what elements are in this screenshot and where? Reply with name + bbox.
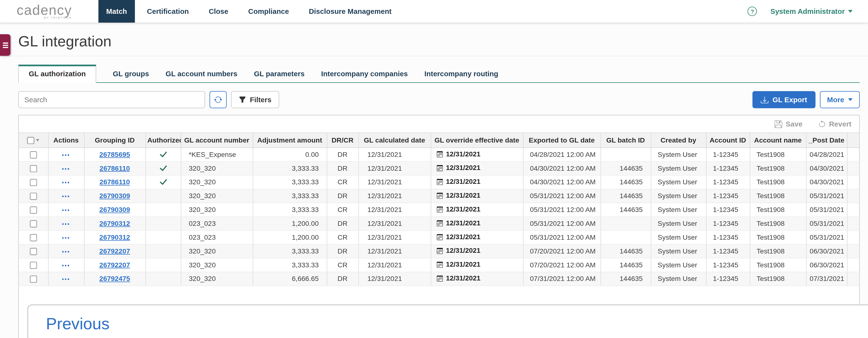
refresh-button[interactable] xyxy=(210,91,227,108)
row-checkbox[interactable] xyxy=(30,151,37,159)
column-header-adjustment-amount[interactable]: Adjustment amount xyxy=(253,133,327,148)
row-checkbox[interactable] xyxy=(30,248,37,256)
tab-intercompany-companies[interactable]: Intercompany companies xyxy=(321,65,408,82)
actions-menu-button[interactable]: ••• xyxy=(62,276,70,282)
page-title: GL integration xyxy=(18,33,860,50)
row-checkbox[interactable] xyxy=(30,193,37,200)
row-checkbox[interactable] xyxy=(30,276,37,283)
gl-override-effective-date-cell[interactable]: 12/31/2021 xyxy=(431,203,523,217)
filters-button[interactable]: Filters xyxy=(231,91,279,108)
row-checkbox[interactable] xyxy=(30,179,37,186)
column-header-gl-override-effective-date[interactable]: GL override effective date xyxy=(431,133,523,148)
gl-override-effective-date-cell[interactable]: 12/31/2021 xyxy=(431,189,523,203)
override-date-value: 12/31/2021 xyxy=(446,164,480,172)
gl-override-effective-date-cell[interactable]: 12/31/2021 xyxy=(431,148,523,162)
gl-override-effective-date-cell[interactable]: 12/31/2021 xyxy=(431,231,523,244)
gl-batch-id-cell: 144635 xyxy=(600,175,651,189)
actions-menu-button[interactable]: ••• xyxy=(62,193,70,199)
select-all-caret-icon[interactable] xyxy=(36,139,39,141)
override-date-value: 12/31/2021 xyxy=(446,275,480,282)
account-name-cell: Test1908 xyxy=(750,272,806,286)
column-header-account-name[interactable]: Account name xyxy=(750,133,806,148)
grouping-id-cell: 26790312 xyxy=(84,217,145,231)
search-input[interactable] xyxy=(18,91,205,108)
table-row: •••26786110320_3203,333.33DR12/31/202112… xyxy=(19,162,859,175)
user-menu[interactable]: System Administrator xyxy=(770,7,852,15)
column-header-gl-batch-id[interactable]: GL batch ID xyxy=(600,133,651,148)
grouping-id-link[interactable]: 26792207 xyxy=(99,247,130,255)
actions-menu-button[interactable]: ••• xyxy=(62,235,70,241)
grouping-id-link[interactable]: 26792207 xyxy=(99,261,130,269)
select-all-checkbox[interactable] xyxy=(27,137,34,144)
actions-menu-button[interactable]: ••• xyxy=(62,166,70,172)
account-id-cell: 1-12345 xyxy=(706,258,750,272)
row-select-cell xyxy=(19,175,48,189)
help-icon[interactable]: ? xyxy=(748,6,757,16)
authorized-cell xyxy=(145,272,181,286)
authorized-cell xyxy=(145,175,181,189)
gl-override-effective-date-cell[interactable]: 12/31/2021 xyxy=(431,217,523,231)
row-checkbox[interactable] xyxy=(30,207,37,214)
gl-override-effective-date-cell[interactable]: 12/31/2021 xyxy=(431,162,523,175)
column-header-created-by[interactable]: Created by xyxy=(651,133,706,148)
gl-override-effective-date-cell[interactable]: 12/31/2021 xyxy=(431,272,523,286)
column-header-dr-cr[interactable]: DR/CR xyxy=(327,133,359,148)
column-header-account-id[interactable]: Account ID xyxy=(706,133,750,148)
row-checkbox[interactable] xyxy=(30,234,37,242)
column-header--post-date[interactable]: _Post Date xyxy=(806,133,847,148)
column-header-grouping-id[interactable]: Grouping ID xyxy=(84,133,145,148)
actions-menu-button[interactable]: ••• xyxy=(62,249,70,255)
column-header-actions[interactable]: Actions xyxy=(48,133,84,148)
actions-menu-button[interactable]: ••• xyxy=(62,152,70,158)
adjustment-amount-cell: 3,333.33 xyxy=(253,244,327,258)
authorized-check-icon xyxy=(159,164,167,171)
tab-gl-authorization[interactable]: GL authorization xyxy=(18,65,96,83)
more-button[interactable]: More xyxy=(820,91,860,108)
column-header-authorized[interactable]: Authorized xyxy=(145,133,181,148)
actions-menu-button[interactable]: ••• xyxy=(62,221,70,227)
tab-intercompany-routing[interactable]: Intercompany routing xyxy=(425,65,498,82)
gl-override-effective-date-cell[interactable]: 12/31/2021 xyxy=(431,258,523,272)
grouping-id-link[interactable]: 26785695 xyxy=(99,151,130,159)
grid-actions: Save Revert xyxy=(19,115,859,132)
gl-batch-id-cell xyxy=(600,231,651,244)
grouping-id-link[interactable]: 26790309 xyxy=(99,206,130,214)
nav-item-match[interactable]: Match xyxy=(98,0,135,23)
row-checkbox[interactable] xyxy=(30,262,37,269)
calendar-icon xyxy=(436,165,442,173)
account-name-cell: Test1908 xyxy=(750,217,806,231)
column-header-gl-calculated-date[interactable]: GL calculated date xyxy=(358,133,431,148)
revert-button[interactable]: Revert xyxy=(818,120,851,128)
cadency-logo[interactable]: cadency BY TRINTECH xyxy=(17,0,72,23)
actions-menu-button[interactable]: ••• xyxy=(62,207,70,213)
pagination-previous[interactable]: Previous xyxy=(27,304,868,338)
tab-gl-parameters[interactable]: GL parameters xyxy=(254,65,304,82)
grouping-id-link[interactable]: 26786110 xyxy=(99,165,130,172)
sidebar-toggle-button[interactable] xyxy=(0,34,10,56)
grouping-id-link[interactable]: 26792475 xyxy=(99,275,130,283)
column-header-exported-to-gl-date[interactable]: Exported to GL date xyxy=(523,133,600,148)
grouping-id-link[interactable]: 26790312 xyxy=(99,234,130,241)
grouping-id-link[interactable]: 26790309 xyxy=(99,192,130,200)
adjustment-amount-cell: 3,333.33 xyxy=(253,203,327,217)
exported-to-gl-date-cell: 07/20/2021 12:00 AM xyxy=(523,244,600,258)
row-checkbox[interactable] xyxy=(30,165,37,173)
tab-gl-account-numbers[interactable]: GL account numbers xyxy=(165,65,237,82)
nav-item-compliance[interactable]: Compliance xyxy=(241,0,297,23)
gl-override-effective-date-cell[interactable]: 12/31/2021 xyxy=(431,244,523,258)
grouping-id-link[interactable]: 26786110 xyxy=(99,178,130,186)
nav-item-certification[interactable]: Certification xyxy=(139,0,196,23)
column-header-gl-account-number[interactable]: GL account number xyxy=(181,133,253,148)
save-button[interactable]: Save xyxy=(775,120,803,128)
actions-menu-button[interactable]: ••• xyxy=(62,179,70,185)
account-id-cell: 1-12345 xyxy=(706,148,750,162)
nav-item-close[interactable]: Close xyxy=(201,0,236,23)
tab-gl-groups[interactable]: GL groups xyxy=(113,65,149,82)
row-actions-cell: ••• xyxy=(48,244,84,258)
actions-menu-button[interactable]: ••• xyxy=(62,263,70,269)
grouping-id-link[interactable]: 26790312 xyxy=(99,220,130,228)
gl-export-button[interactable]: GL Export xyxy=(753,91,815,108)
row-checkbox[interactable] xyxy=(30,221,37,228)
nav-item-disclosure-management[interactable]: Disclosure Management xyxy=(301,0,399,23)
gl-override-effective-date-cell[interactable]: 12/31/2021 xyxy=(431,175,523,189)
